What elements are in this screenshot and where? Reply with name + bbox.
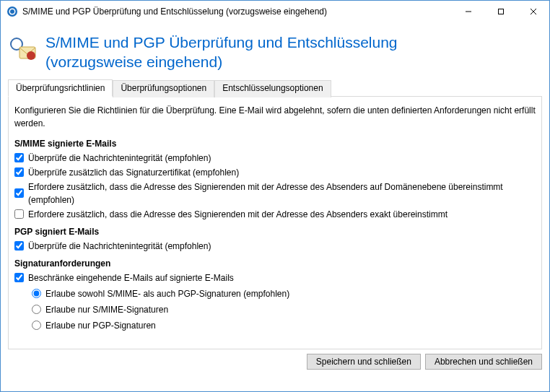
window-title: S/MIME und PGP Überprüfung und Entschlüs… [22,6,452,17]
save-close-button[interactable]: Speichern und schließen [307,354,421,370]
smime-check-domain-match[interactable]: Erfordere zusätzlich, dass die Adresse d… [14,180,536,206]
tab-panel: Konfigurieren Sie die Richtlinien für di… [8,97,542,349]
sigreq-radio-both-label: Erlaube sowohl S/MIME- als auch PGP-Sign… [45,287,289,300]
svg-point-2 [10,9,14,14]
sigreq-restrict-signed[interactable]: Beschränke eingehende E-Mails auf signie… [14,271,536,284]
app-icon [6,6,18,17]
sigreq-radio-smime-only[interactable]: Erlaube nur S/MIME-Signaturen [32,303,536,316]
section-smime-title: S/MIME signierte E-Mails [14,137,536,150]
sigreq-radio-both[interactable]: Erlaube sowohl S/MIME- als auch PGP-Sign… [32,287,536,300]
section-pgp-title: PGP signiert E-Mails [14,225,536,238]
smime-check-exact-match-label: Erfordere zusätzlich, dass die Adresse d… [28,208,448,221]
tab-decryption-options[interactable]: Entschlüsselungsoptionen [214,80,331,97]
page-title-line2: (vorzugsweise eingehend) [45,52,398,71]
smime-check-exact-match-box[interactable] [14,209,24,219]
close-button[interactable] [517,1,549,22]
maximize-button[interactable] [484,1,517,22]
smime-check-integrity[interactable]: Überprüfe die Nachrichtenintegrität (emp… [14,152,536,165]
pgp-check-integrity[interactable]: Überprüfe die Nachrichtenintegrität (emp… [14,240,536,253]
section-sigreq-title: Signaturanforderungen [14,257,536,270]
sigreq-radio-pgp-only[interactable]: Erlaube nur PGP-Signaturen [32,319,536,332]
dialog-footer: Speichern und schließen Abbrechen und sc… [1,349,549,377]
smime-check-integrity-box[interactable] [14,153,24,162]
sigreq-restrict-signed-box[interactable] [14,273,24,282]
smime-check-domain-match-box[interactable] [14,188,24,198]
minimize-button[interactable] [452,1,484,22]
pgp-check-integrity-label: Überprüfe die Nachrichtenintegrität (emp… [28,240,211,253]
tab-verification-policies[interactable]: Überprüfungsrichtlinien [8,79,113,97]
mail-seal-icon [9,35,38,64]
svg-rect-4 [498,9,503,14]
sigreq-radio-pgp-only-label: Erlaube nur PGP-Signaturen [45,319,156,332]
smime-check-integrity-label: Überprüfe die Nachrichtenintegrität (emp… [28,152,211,165]
tab-verification-options[interactable]: Überprüfungsoptionen [113,80,214,97]
sigreq-restrict-signed-label: Beschränke eingehende E-Mails auf signie… [28,271,234,284]
tab-strip: Überprüfungsrichtlinien Überprüfungsopti… [8,79,542,97]
sigreq-radio-smime-only-label: Erlaube nur S/MIME-Signaturen [45,303,168,316]
smime-check-cert-label: Überprüfe zusätzlich das Signaturzertifi… [28,166,239,179]
pgp-check-integrity-box[interactable] [14,241,24,251]
smime-check-domain-match-label: Erfordere zusätzlich, dass die Adresse d… [28,180,536,206]
sigreq-radio-smime-only-input[interactable] [32,305,41,314]
window-controls [452,1,549,22]
cancel-close-button[interactable]: Abbrechen und schließen [425,354,542,370]
svg-point-10 [27,51,35,60]
page-header: S/MIME und PGP Überprüfung und Entschlüs… [8,28,542,79]
page-title: S/MIME und PGP Überprüfung und Entschlüs… [45,32,398,72]
sigreq-radio-pgp-only-input[interactable] [32,321,41,330]
page-title-line1: S/MIME und PGP Überprüfung und Entschlüs… [45,32,398,52]
title-bar: S/MIME und PGP Überprüfung und Entschlüs… [1,1,549,22]
smime-check-exact-match[interactable]: Erfordere zusätzlich, dass die Adresse d… [14,208,536,221]
smime-check-cert-box[interactable] [14,167,24,177]
sigreq-radio-both-input[interactable] [32,289,41,298]
panel-description: Konfigurieren Sie die Richtlinien für di… [14,104,536,130]
smime-check-cert[interactable]: Überprüfe zusätzlich das Signaturzertifi… [14,166,536,179]
